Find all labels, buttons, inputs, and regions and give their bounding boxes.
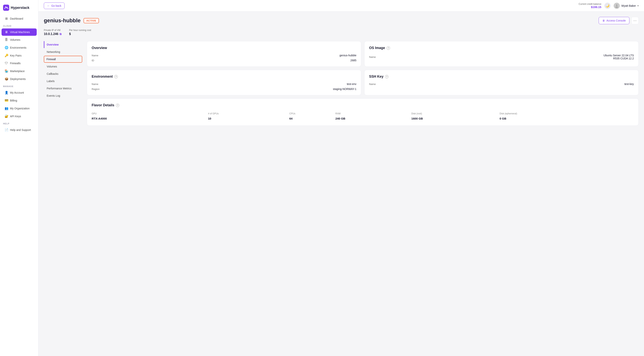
my-account-icon: 👤 [4, 91, 8, 94]
volumes-icon: 🗄 [4, 38, 8, 42]
page-title: genius-hubble [44, 18, 80, 24]
logo: Hyperstack [0, 3, 38, 15]
overview-card-title: Overview [92, 46, 356, 50]
nav-item-networking[interactable]: Networking [44, 49, 82, 55]
nav-item-labels[interactable]: Labels [44, 78, 82, 85]
environments-icon: 🌐 [4, 46, 8, 49]
ssh-name-row: Name test-key [369, 83, 634, 86]
access-console-button[interactable]: 🖥 Access Console [599, 17, 630, 24]
api-keys-icon: 🔐 [4, 114, 8, 118]
go-back-button[interactable]: ← Go back [44, 3, 64, 9]
sidebar-item-my-organization[interactable]: 👥 My Organization [2, 105, 37, 112]
sidebar-item-label: Help and Support [10, 128, 31, 132]
sidebar-item-my-account[interactable]: 👤 My Account [2, 89, 37, 96]
access-console-label: Access Console [606, 19, 626, 22]
sidebar-item-volumes[interactable]: 🗄 Volumes [2, 36, 37, 44]
ssh-key-card: SSH Key ? Name test-key [364, 70, 638, 95]
env-region-value: staging-NORWAY-1 [333, 88, 356, 91]
credit-amount: $199.15 [579, 6, 601, 9]
flavor-col-ram: RAM [336, 111, 411, 116]
sidebar-item-environments[interactable]: 🌐 Environments [2, 44, 37, 51]
credit-label: Current credit balance [579, 3, 601, 6]
os-name-key: Name [369, 56, 376, 59]
sidebar-item-virtual-machines[interactable]: 🖥 Virtual Machines [2, 29, 37, 36]
sidebar-item-deployments[interactable]: 📦 Deployments [2, 75, 37, 83]
sidebar-item-firewalls[interactable]: 🛡 Firewalls [2, 60, 37, 67]
sidebar-item-api-keys[interactable]: 🔐 API Keys [2, 112, 37, 120]
user-name: Wyatt Baker [621, 4, 636, 7]
sidebar-item-label: Marketplace [10, 70, 24, 73]
header: ← Go back Current credit balance $199.15… [38, 0, 644, 12]
flavor-gpu-value: RTX-A4000 [92, 116, 208, 121]
header-left: ← Go back [44, 3, 64, 9]
vm-meta: Private IP of VM 10.0.1.246 ⧉ Per hour r… [44, 29, 638, 36]
my-org-icon: 👥 [4, 107, 8, 110]
user-menu[interactable]: Wyatt Baker ▾ [614, 3, 638, 9]
more-options-button[interactable]: ⋯ [631, 17, 638, 24]
sidebar-item-dashboard[interactable]: ⊞ Dashboard [2, 15, 37, 22]
os-name-value: Ubuntu Server 22.04 LTSR535 CUDA 12.2 [604, 54, 634, 60]
ssh-name-key: Name [369, 83, 376, 86]
ssh-name-value: test-key [624, 83, 634, 86]
sidebar-item-label: Firewalls [10, 62, 20, 65]
chevron-down-icon: ▾ [638, 5, 638, 7]
cards-row-2: Environment ? Name test-env Region stagi… [87, 70, 638, 95]
ssh-key-info-icon[interactable]: ? [385, 75, 388, 78]
sidebar-item-label: My Organization [10, 107, 30, 110]
sidebar-item-billing[interactable]: 💳 Billing [2, 97, 37, 104]
cost-label: Per hour running cost [69, 29, 91, 32]
nav-item-events-log[interactable]: Events Log [44, 92, 82, 99]
main-area: ← Go back Current credit balance $199.15… [38, 0, 644, 356]
flavor-title: Flavor Details ? [92, 103, 634, 107]
cloud-section-label: CLOUD [0, 23, 38, 28]
console-icon: 🖥 [602, 19, 605, 22]
flavor-info-icon[interactable]: ? [116, 104, 119, 107]
flavor-col-cpus: CPUs [289, 111, 336, 116]
private-ip-item: Private IP of VM 10.0.1.246 ⧉ [44, 29, 62, 36]
credit-balance: Current credit balance $199.15 [579, 3, 601, 9]
environment-card: Environment ? Name test-env Region stagi… [87, 70, 361, 95]
env-region-row: Region staging-NORWAY-1 [92, 88, 356, 91]
billing-icon: 💳 [4, 99, 8, 102]
dashboard-icon: ⊞ [4, 17, 8, 20]
detail-nav: Overview Networking Firewall Volumes Cal… [44, 41, 82, 126]
sidebar-item-marketplace[interactable]: 🏪 Marketplace [2, 67, 37, 75]
overview-name-key: Name [92, 54, 98, 57]
sidebar-item-key-pairs[interactable]: 🔑 Key Pairs [2, 52, 37, 59]
nav-item-overview[interactable]: Overview [44, 41, 82, 48]
go-back-label: Go back [51, 4, 61, 7]
cards-area: Overview Name genius-hubble ID 2685 [87, 41, 638, 126]
manage-section-label: MANAGE [0, 83, 38, 89]
status-badge: ACTIVE [84, 18, 99, 23]
vm-icon: 🖥 [4, 30, 8, 34]
logo-text: Hyperstack [11, 6, 30, 10]
env-name-value: test-env [347, 83, 356, 86]
flavor-col-disk-root: Disk (root) [411, 111, 500, 116]
overview-id-row: ID 2685 [92, 59, 356, 62]
page-actions: 🖥 Access Console ⋯ [599, 17, 638, 24]
theme-toggle-button[interactable]: 🌙 [604, 3, 610, 9]
flavor-table: GPU # of GPUs CPUs RAM Disk (root) Disk … [92, 111, 634, 121]
os-image-info-icon[interactable]: ? [386, 46, 390, 50]
nav-item-callbacks[interactable]: Callbacks [44, 70, 82, 77]
sidebar-item-label: Environments [10, 46, 26, 49]
os-image-card: OS Image ? Name Ubuntu Server 22.04 LTSR… [364, 41, 638, 67]
cost-item: Per hour running cost $ [69, 29, 91, 36]
ssh-key-title: SSH Key ? [369, 75, 634, 79]
overview-name-row: Name genius-hubble [92, 54, 356, 57]
nav-item-firewall[interactable]: Firewall [44, 56, 82, 63]
help-section-label: HELP [0, 120, 38, 126]
moon-icon: 🌙 [606, 4, 610, 8]
environment-info-icon[interactable]: ? [114, 75, 118, 78]
svg-point-2 [615, 6, 618, 8]
nav-item-volumes[interactable]: Volumes [44, 63, 82, 70]
flavor-col-gpu: GPU [92, 111, 208, 116]
flavor-disk-ephemeral-value: 0 GB [500, 116, 634, 121]
sidebar-item-label: Deployments [10, 78, 26, 81]
copy-icon[interactable]: ⧉ [60, 33, 62, 36]
env-name-row: Name test-env [92, 83, 356, 86]
sidebar-item-help-support[interactable]: 📄 Help and Support [2, 126, 37, 134]
sidebar-item-label: Dashboard [10, 17, 23, 20]
cards-row-1: Overview Name genius-hubble ID 2685 [87, 41, 638, 67]
nav-item-performance-metrics[interactable]: Performance Metrics [44, 85, 82, 92]
